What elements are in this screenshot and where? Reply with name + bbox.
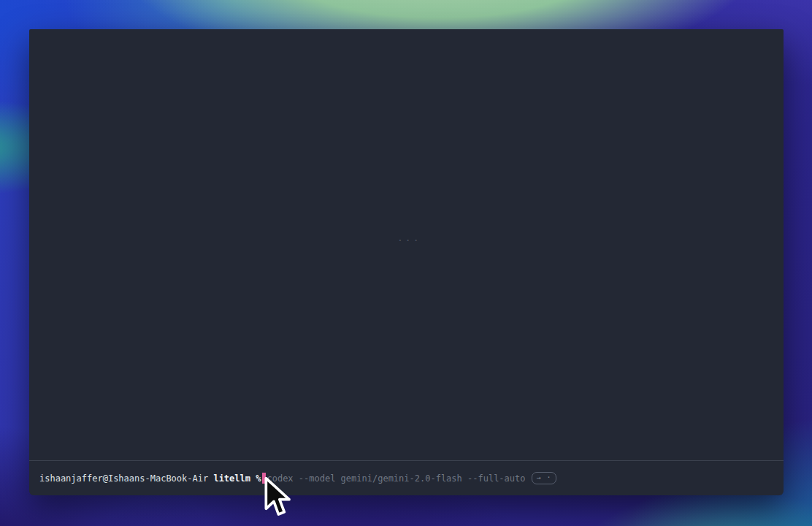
autosuggestion-text: codex --model gemini/gemini-2.0-flash --…	[267, 473, 525, 484]
prompt-symbol: %	[256, 473, 261, 484]
prompt-directory: litellm	[213, 473, 250, 484]
terminal-window[interactable]: ··· ishaanjaffer@Ishaans-MacBook-Air lit…	[29, 29, 784, 495]
command-prompt-line[interactable]: ishaanjaffer@Ishaans-MacBook-Air litellm…	[29, 461, 784, 495]
mouse-pointer-icon	[264, 477, 293, 521]
prompt-user-host: ishaanjaffer@Ishaans-MacBook-Air	[39, 473, 208, 484]
loading-ellipsis: ···	[397, 235, 421, 245]
terminal-output-area[interactable]: ···	[29, 29, 784, 460]
accept-suggestion-key-hint: → ·	[532, 472, 556, 484]
